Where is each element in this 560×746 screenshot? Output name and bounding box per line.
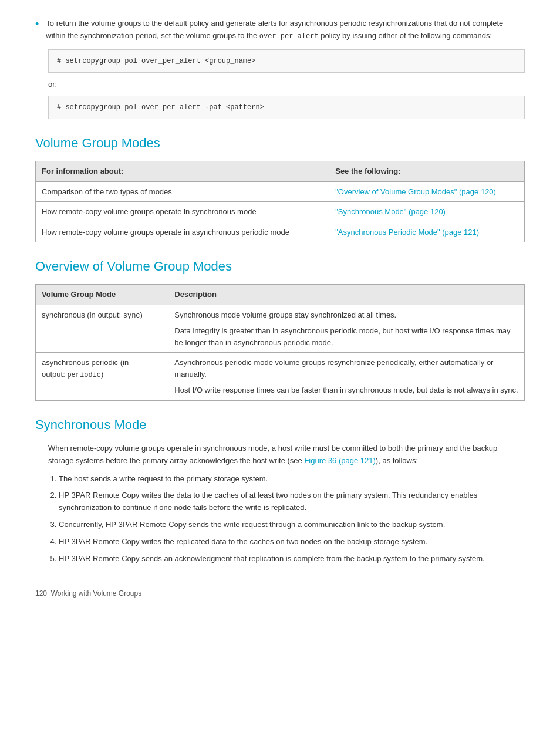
overview-col2-header: Description [168, 285, 525, 305]
figure-link[interactable]: Figure 36 (page 121) [304, 456, 375, 465]
sync-step-item: HP 3PAR Remote Copy writes the data to t… [59, 490, 525, 514]
table-cell-col2: "Overview of Volume Group Modes" (page 1… [329, 181, 525, 202]
sync-mode-body: When remote-copy volume groups operate i… [35, 443, 525, 565]
sync-step-item: Concurrently, HP 3PAR Remote Copy sends … [59, 519, 525, 531]
volume-group-modes-table: For information about: See the following… [35, 161, 525, 242]
code-block-2: # setrcopygroup pol over_per_alert -pat … [48, 96, 525, 119]
sync-mode-intro: When remote-copy volume groups operate i… [48, 443, 525, 467]
intro-section: • To return the volume groups to the def… [35, 18, 525, 119]
table-cell-col1: How remote-copy volume groups operate in… [36, 222, 329, 242]
overview-col1: asynchronous periodic (in output: period… [36, 353, 168, 401]
overview-desc-line: Host I/O write response times can be fas… [174, 384, 518, 396]
sync-mode-heading: Synchronous Mode [35, 415, 525, 434]
table-link[interactable]: "Synchronous Mode" (page 120) [335, 207, 446, 216]
table-row: How remote-copy volume groups operate in… [36, 222, 525, 242]
table-cell-col2: "Asynchronous Periodic Mode" (page 121) [329, 222, 525, 242]
bullet-dot-icon: • [35, 16, 39, 32]
overview-desc-line: Synchronous mode volume groups stay sync… [174, 309, 518, 321]
overview-table-row: asynchronous periodic (in output: period… [36, 353, 525, 401]
overview-desc-line: Asynchronous periodic mode volume groups… [174, 357, 518, 380]
table-row: Comparison of the two types of modes"Ove… [36, 181, 525, 202]
overview-table: Volume Group Mode Description synchronou… [35, 284, 525, 401]
bullet-text-1: To return the volume groups to the defau… [46, 18, 525, 42]
table-link[interactable]: "Asynchronous Periodic Mode" (page 121) [335, 228, 479, 237]
overview-heading: Overview of Volume Group Modes [35, 256, 525, 276]
col1-header: For information about: [36, 161, 329, 182]
page-footer: 120 Working with Volume Groups [35, 588, 525, 599]
volume-group-modes-heading: Volume Group Modes [35, 133, 525, 153]
sync-step-item: HP 3PAR Remote Copy sends an acknowledgm… [59, 553, 525, 565]
table-link[interactable]: "Overview of Volume Group Modes" (page 1… [335, 187, 496, 196]
overview-header-row: Volume Group Mode Description [36, 285, 525, 305]
sync-step-item: The host sends a write request to the pr… [59, 473, 525, 485]
bullet-item-1: • To return the volume groups to the def… [35, 18, 525, 42]
table-cell-col1: How remote-copy volume groups operate in… [36, 202, 329, 222]
overview-col2: Asynchronous periodic mode volume groups… [168, 353, 525, 401]
table-row: How remote-copy volume groups operate in… [36, 202, 525, 222]
code-block-1: # setrcopygroup pol over_per_alert <grou… [48, 49, 525, 73]
overview-desc-line: Data integrity is greater than in asynch… [174, 325, 518, 348]
overview-col1: synchronous (in output: sync) [36, 305, 168, 353]
table-header-row: For information about: See the following… [36, 161, 525, 182]
sync-steps-list: The host sends a write request to the pr… [59, 473, 525, 565]
overview-col1-header: Volume Group Mode [36, 285, 168, 305]
col2-header: See the following: [329, 161, 525, 182]
overview-col2: Synchronous mode volume groups stay sync… [168, 305, 525, 353]
sync-step-item: HP 3PAR Remote Copy writes the replicate… [59, 536, 525, 548]
table-cell-col1: Comparison of the two types of modes [36, 181, 329, 202]
table-cell-col2: "Synchronous Mode" (page 120) [329, 202, 525, 222]
overview-table-row: synchronous (in output: sync)Synchronous… [36, 305, 525, 353]
or-label: or: [48, 79, 525, 90]
